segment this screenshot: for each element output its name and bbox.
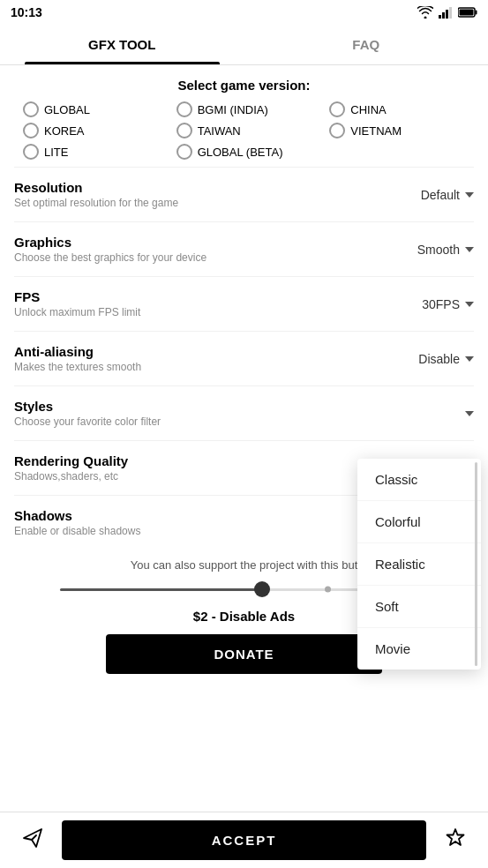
wifi-icon [417, 6, 433, 19]
resolution-chevron [465, 192, 474, 198]
setting-info-fps: FPS Unlock maximum FPS limit [14, 289, 422, 318]
setting-label-styles: Styles [14, 399, 460, 414]
send-icon [21, 827, 44, 849]
setting-info-resolution: Resolution Set optimal resolution for th… [14, 180, 421, 209]
game-version-section: Select game version: GLOBAL BGMI (INDIA)… [0, 65, 488, 167]
graphics-control[interactable]: Smooth [417, 243, 474, 257]
setting-desc-anti-aliasing: Makes the textures smooth [14, 361, 418, 373]
slider-fill [60, 588, 262, 591]
radio-bgmi[interactable]: BGMI (INDIA) [168, 101, 321, 117]
radio-global[interactable]: GLOBAL [14, 101, 168, 117]
dropdown-item-classic[interactable]: Classic [357, 459, 481, 501]
styles-control[interactable] [460, 411, 474, 416]
anti-aliasing-control[interactable]: Disable [418, 352, 474, 366]
svg-rect-1 [442, 12, 445, 19]
signal-icon [439, 6, 453, 19]
game-version-grid: GLOBAL BGMI (INDIA) CHINA KOREA TAIWAN V… [14, 101, 474, 160]
radio-circle-korea [23, 123, 39, 138]
anti-aliasing-value: Disable [418, 352, 460, 366]
setting-desc-styles: Choose your favorite color filter [14, 415, 460, 428]
fps-value: 30FPS [422, 297, 460, 311]
radio-circle-bgmi [176, 101, 192, 117]
radio-circle-global [23, 101, 39, 117]
graphics-chevron [465, 247, 474, 252]
radio-china[interactable]: CHINA [320, 101, 474, 117]
setting-label-graphics: Graphics [14, 235, 417, 250]
radio-circle-taiwan [176, 123, 192, 138]
radio-vietnam[interactable]: VIETNAM [320, 123, 474, 138]
radio-taiwan[interactable]: TAIWAN [168, 123, 321, 138]
svg-rect-3 [449, 7, 452, 19]
setting-label-fps: FPS [14, 289, 422, 304]
radio-circle-global-beta [176, 144, 192, 160]
setting-label-resolution: Resolution [14, 180, 421, 195]
dropdown-item-realistic[interactable]: Realistic [357, 543, 481, 586]
setting-info-graphics: Graphics Choose the best graphics for yo… [14, 235, 417, 264]
slider-thumb[interactable] [254, 581, 270, 597]
styles-chevron [465, 411, 474, 416]
radio-korea[interactable]: KOREA [14, 123, 168, 138]
dropdown-item-colorful[interactable]: Colorful [357, 501, 481, 543]
status-time: 10:13 [11, 5, 42, 19]
svg-rect-6 [460, 10, 474, 16]
battery-icon [458, 7, 477, 18]
status-icons [417, 6, 477, 19]
radio-global-beta[interactable]: GLOBAL (BETA) [168, 144, 474, 160]
radio-circle-lite [23, 144, 39, 160]
setting-desc-resolution: Set optimal resolution for the game [14, 197, 421, 209]
graphics-value: Smooth [417, 243, 460, 257]
setting-info-styles: Styles Choose your favorite color filter [14, 399, 460, 428]
svg-rect-0 [439, 15, 441, 19]
setting-desc-graphics: Choose the best graphics for your device [14, 251, 417, 264]
resolution-control[interactable]: Default [421, 188, 474, 202]
donate-button[interactable]: DONATE [106, 634, 382, 674]
radio-circle-vietnam [329, 123, 345, 138]
status-bar: 10:13 [0, 0, 488, 25]
game-version-title: Select game version: [14, 78, 474, 93]
dropdown-item-soft[interactable]: Soft [357, 586, 481, 628]
svg-rect-2 [446, 10, 448, 19]
header-tabs: GFX TOOL FAQ [0, 25, 488, 65]
setting-row-resolution: Resolution Set optimal resolution for th… [14, 167, 474, 221]
star-icon [444, 827, 467, 849]
fps-control[interactable]: 30FPS [422, 297, 474, 311]
setting-row-styles: Styles Choose your favorite color filter [14, 385, 474, 440]
tab-faq[interactable]: FAQ [244, 25, 489, 64]
setting-row-anti-aliasing: Anti-aliasing Makes the textures smooth … [14, 331, 474, 385]
share-button[interactable] [14, 819, 51, 862]
setting-row-graphics: Graphics Choose the best graphics for yo… [14, 221, 474, 276]
favorite-button[interactable] [437, 819, 474, 862]
radio-circle-china [329, 101, 345, 117]
setting-row-fps: FPS Unlock maximum FPS limit 30FPS [14, 276, 474, 331]
bottom-bar: ACCEPT [0, 812, 488, 868]
tab-gfx-tool[interactable]: GFX TOOL [0, 25, 244, 64]
svg-rect-5 [476, 11, 477, 15]
setting-desc-fps: Unlock maximum FPS limit [14, 306, 422, 318]
setting-label-anti-aliasing: Anti-aliasing [14, 344, 418, 359]
radio-lite[interactable]: LITE [14, 144, 168, 160]
setting-info-anti-aliasing: Anti-aliasing Makes the textures smooth [14, 344, 418, 373]
anti-aliasing-chevron [465, 356, 474, 362]
styles-dropdown: Classic Colorful Realistic Soft Movie [357, 459, 481, 670]
fps-chevron [465, 302, 474, 307]
accept-button[interactable]: ACCEPT [62, 820, 426, 860]
resolution-value: Default [421, 188, 460, 202]
dropdown-item-movie[interactable]: Movie [357, 628, 481, 670]
dropdown-scrollbar [475, 462, 477, 666]
slider-dot-1 [325, 587, 331, 593]
